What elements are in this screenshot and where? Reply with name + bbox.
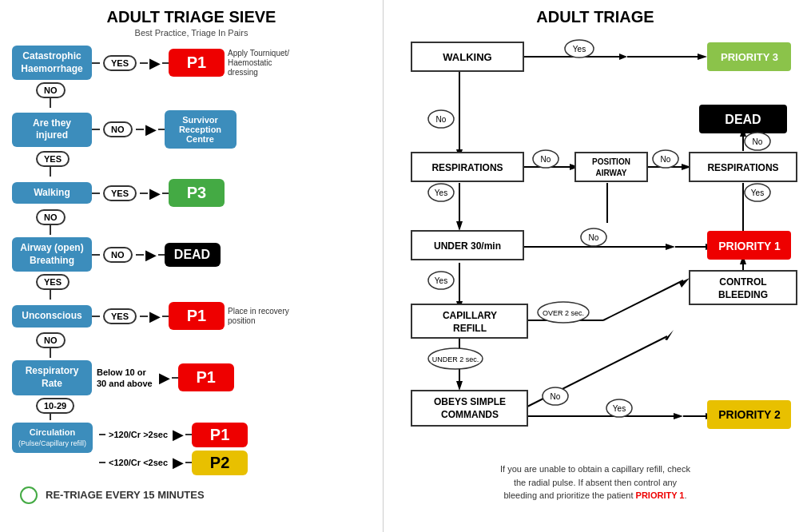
- result-p1-catastrophic: P1: [169, 49, 225, 77]
- svg-text:UNDER 30/min: UNDER 30/min: [434, 240, 501, 252]
- badge-no-walking: NO: [36, 209, 66, 225]
- circ-over-label: >120/Cr >2sec: [109, 430, 168, 439]
- badge-no-unconscious: NO: [36, 332, 66, 348]
- result-dead: DEAD: [165, 243, 221, 267]
- box-walking: Walking: [12, 182, 92, 204]
- row-circulation: Circulation(Pulse/Capillary refill) >120…: [12, 423, 371, 475]
- box-circulation: Circulation(Pulse/Capillary refill): [12, 423, 93, 453]
- right-panel: ADULT TRIAGE: [384, 0, 807, 532]
- row-respiratory: RespiratoryRate Below 10 or30 and above …: [12, 360, 371, 395]
- svg-text:PRIORITY 3: PRIORITY 3: [721, 51, 778, 63]
- svg-text:AIRWAY: AIRWAY: [596, 169, 627, 177]
- arrow-right3: ▶: [149, 185, 161, 202]
- rr-note: Below 10 or30 and above: [97, 367, 153, 390]
- badge-yes-catastrophic: YES: [103, 55, 137, 71]
- svg-text:No: No: [753, 137, 763, 146]
- badge-yes-unconscious: YES: [103, 308, 137, 324]
- svg-text:RESPIRATIONS: RESPIRATIONS: [431, 162, 503, 173]
- svg-text:POSITION: POSITION: [592, 157, 630, 166]
- svg-marker-31: [665, 330, 674, 340]
- svg-text:PRIORITY 1: PRIORITY 1: [718, 240, 781, 252]
- svg-text:Yes: Yes: [751, 189, 764, 197]
- priority1-text: PRIORITY 1: [636, 490, 685, 500]
- svg-text:COMMANDS: COMMANDS: [441, 409, 499, 420]
- svg-text:No: No: [551, 392, 561, 401]
- note-catastrophic: Apply Tourniquet/Haemostatic dressing: [228, 49, 300, 77]
- row-unconscious: Unconscious YES ▶ P1 Place in recovery p…: [12, 302, 371, 330]
- svg-text:No: No: [661, 155, 671, 164]
- badge-1029: 10-29: [36, 398, 74, 414]
- result-p3: P3: [169, 179, 225, 207]
- arrow-right4: ▶: [145, 246, 157, 264]
- svg-marker-33: [674, 413, 683, 419]
- svg-text:WALKING: WALKING: [443, 51, 491, 63]
- svg-text:RESPIRATIONS: RESPIRATIONS: [707, 162, 778, 173]
- box-airway: Airway (open)Breathing: [12, 237, 92, 272]
- result-p2-circ: P2: [192, 451, 248, 475]
- badge-yes-airway: YES: [36, 274, 70, 290]
- svg-text:OBEYS SIMPLE: OBEYS SIMPLE: [434, 396, 506, 407]
- left-panel: ADULT TRIAGE SIEVE Best Practice, Triage…: [0, 0, 384, 532]
- result-p1-rr: P1: [178, 363, 234, 391]
- svg-text:CONTROL: CONTROL: [719, 276, 766, 288]
- row-walking: Walking YES ▶ P3: [12, 179, 371, 207]
- badge-no-airway: NO: [103, 247, 133, 263]
- arrow-right5: ▶: [149, 308, 161, 325]
- svg-text:PRIORITY 2: PRIORITY 2: [718, 408, 781, 421]
- arrow-right6: ▶: [159, 369, 170, 387]
- svg-text:BLEEDING: BLEEDING: [718, 289, 768, 300]
- row-injured: Are theyinjured NO ▶ SurvivorReceptionCe…: [12, 110, 371, 149]
- left-title: ADULT TRIAGE SIEVE: [12, 8, 371, 26]
- result-p1-unconscious: P1: [169, 302, 225, 330]
- svg-marker-1: [619, 54, 627, 60]
- svg-marker-18: [666, 244, 675, 250]
- badge-no-catastrophic: NO: [36, 82, 66, 98]
- svg-text:OVER 2 sec.: OVER 2 sec.: [543, 309, 584, 317]
- svg-line-24: [603, 280, 683, 320]
- svg-marker-3: [698, 54, 707, 60]
- arrow-right: ▶: [149, 54, 161, 72]
- svg-text:No: No: [589, 233, 599, 242]
- box-catastrophic: CatastrophicHaemorrhage: [12, 46, 92, 80]
- line: [92, 62, 100, 64]
- right-note: If you are unable to obtain a capillary …: [396, 463, 795, 502]
- line: [162, 62, 169, 64]
- svg-text:No: No: [436, 115, 447, 124]
- right-flowchart: WALKING PRIORITY 3 DEAD RESPIRATIONS POS…: [396, 33, 795, 456]
- badge-yes-injured: YES: [36, 151, 70, 167]
- row-airway: Airway (open)Breathing NO ▶ DEAD: [12, 237, 371, 272]
- svg-marker-15: [456, 221, 463, 231]
- svg-text:CAPILLARY: CAPILLARY: [443, 310, 497, 321]
- arrow-circ-over: ▶: [173, 426, 184, 443]
- svg-marker-25: [679, 278, 690, 288]
- svg-text:REFILL: REFILL: [453, 323, 487, 334]
- box-injured: Are theyinjured: [12, 113, 92, 147]
- circle-icon: [20, 486, 38, 504]
- main-container: ADULT TRIAGE SIEVE Best Practice, Triage…: [0, 0, 807, 532]
- box-respiratory: RespiratoryRate: [12, 360, 92, 395]
- line: [140, 62, 148, 64]
- retriage-row: RE-TRIAGE EVERY 15 MINUTES: [20, 486, 371, 504]
- retriage-text: RE-TRIAGE EVERY 15 MINUTES: [46, 489, 205, 501]
- svg-text:Yes: Yes: [435, 189, 447, 197]
- result-survivor: SurvivorReceptionCentre: [165, 110, 237, 149]
- svg-text:DEAD: DEAD: [725, 113, 761, 126]
- svg-text:Yes: Yes: [435, 276, 447, 285]
- arrow-right2: ▶: [145, 121, 157, 138]
- svg-text:Yes: Yes: [613, 404, 626, 413]
- box-unconscious: Unconscious: [12, 305, 92, 328]
- note-unconscious: Place in recovery position: [228, 307, 300, 326]
- right-title: ADULT TRIAGE: [396, 8, 795, 26]
- svg-text:Yes: Yes: [573, 45, 586, 54]
- arrow-circ-under: ▶: [173, 454, 184, 471]
- circ-under-label: <120/Cr <2sec: [109, 458, 168, 467]
- badge-no-injured: NO: [103, 121, 133, 137]
- result-p1-circ: P1: [192, 423, 248, 447]
- badge-yes-walking: YES: [103, 185, 137, 201]
- svg-text:No: No: [541, 155, 551, 164]
- row-catastrophic: CatastrophicHaemorrhage YES ▶ P1 Apply T…: [12, 46, 371, 80]
- svg-text:UNDER 2 sec.: UNDER 2 sec.: [432, 355, 479, 363]
- left-subtitle: Best Practice, Triage In Pairs: [12, 28, 371, 38]
- svg-marker-29: [456, 381, 463, 391]
